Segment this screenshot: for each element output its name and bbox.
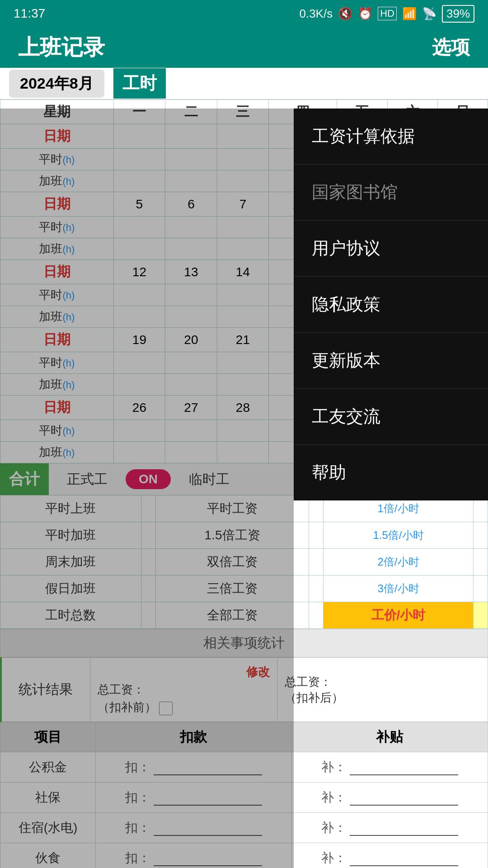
wage-rate-value[interactable] — [473, 602, 488, 629]
options-button[interactable]: 选项 — [432, 35, 470, 60]
main-content: 2024年8月 工时 星期 一 二 三 四 五 六 日 日期 — [0, 68, 488, 868]
wage-rate-value[interactable] — [473, 576, 488, 602]
subsidy-huoshi-input[interactable] — [350, 851, 458, 866]
menu-item-national-library[interactable]: 国家图书馆 — [294, 165, 488, 221]
left-dim-overlay[interactable] — [0, 108, 294, 868]
wage-type-value[interactable] — [309, 522, 324, 549]
stats-salary-after-cell: 总工资： （扣补后） — [277, 658, 488, 722]
month-row: 2024年8月 工时 — [0, 68, 488, 99]
battery-icon: 39% — [442, 5, 474, 23]
status-time: 11:37 — [14, 6, 45, 21]
subsidy-zhushu: 补： — [291, 813, 488, 843]
app-title: 上班记录 — [18, 33, 105, 62]
menu-item-user-agreement[interactable]: 用户协议 — [294, 221, 488, 277]
menu-item-help[interactable]: 帮助 — [294, 445, 488, 500]
salary-after-note: （扣补后） — [285, 690, 480, 706]
menu-item-wage-basis[interactable]: 工资计算依据 — [294, 108, 488, 165]
col-subsidy: 补贴 — [291, 722, 488, 752]
dropdown-menu: 工资计算依据 国家图书馆 用户协议 隐私政策 更新版本 工友交流 帮助 — [294, 108, 488, 500]
alarm-icon: ⏰ — [358, 7, 372, 21]
worktime-button[interactable]: 工时 — [113, 68, 166, 99]
month-selector[interactable]: 2024年8月 — [9, 70, 104, 98]
subsidy-huoshi: 补： — [291, 843, 488, 868]
subsidy-zhushu-input[interactable] — [350, 821, 458, 836]
menu-item-worker-exchange[interactable]: 工友交流 — [294, 389, 488, 445]
menu-item-privacy-policy[interactable]: 隐私政策 — [294, 277, 488, 333]
subsidy-gongjijin: 补： — [291, 752, 488, 783]
wifi-icon: 📡 — [422, 7, 436, 21]
wage-rate-value[interactable] — [473, 522, 488, 549]
wage-rate-value[interactable] — [473, 549, 488, 576]
wage-rate-label: 3倍/小时 — [324, 576, 473, 602]
wage-type-value[interactable] — [309, 576, 324, 602]
wage-rate-label: 1.5倍/小时 — [324, 522, 473, 549]
network-speed: 0.3K/s — [299, 7, 333, 21]
status-icons: 0.3K/s 🔇 ⏰ HD 📶 📡 39% — [299, 5, 474, 23]
menu-item-update-version[interactable]: 更新版本 — [294, 333, 488, 389]
total-salary-after: 总工资： — [285, 674, 480, 690]
subsidy-gongjijin-input[interactable] — [350, 760, 458, 775]
hd-icon: HD — [378, 7, 397, 20]
no-sound-icon: 🔇 — [338, 7, 352, 21]
subsidy-shebao-input[interactable] — [350, 790, 458, 806]
wage-rate-label: 2倍/小时 — [324, 549, 473, 576]
wage-type-value[interactable] — [309, 602, 324, 629]
subsidy-shebao: 补： — [291, 783, 488, 813]
wage-type-value[interactable] — [309, 549, 324, 576]
wage-price-per-hour[interactable]: 工价/小时 — [324, 602, 473, 629]
signal-icon: 📶 — [402, 7, 417, 21]
status-bar: 11:37 0.3K/s 🔇 ⏰ HD 📶 📡 39% — [0, 0, 488, 27]
app-header: 上班记录 选项 — [0, 27, 488, 68]
